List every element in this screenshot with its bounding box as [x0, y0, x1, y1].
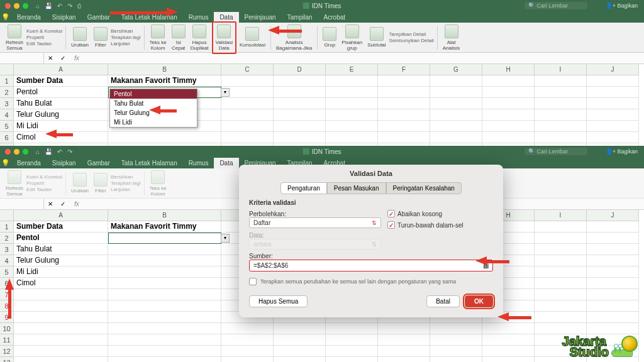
col-a[interactable]: A — [14, 64, 108, 75]
col-i[interactable]: I — [535, 64, 587, 75]
filter-button[interactable]: Filter — [92, 26, 109, 49]
apply-all-note[interactable]: Terapkan semua perubahan ke semua sel la… — [239, 272, 503, 292]
group-button[interactable]: Grup — [321, 26, 338, 49]
home-icon[interactable]: ⌂ — [36, 3, 40, 9]
search-input-2[interactable]: 🔍 Cari Lembar — [525, 148, 587, 155]
sort-button[interactable]: Urutkan — [69, 26, 91, 49]
col-d[interactable]: D — [274, 64, 326, 75]
cell-a4[interactable]: Telur Gulung — [14, 109, 108, 121]
dropdown-toggle-icon[interactable]: ▾ — [221, 88, 230, 97]
min-icon-2[interactable] — [14, 149, 19, 155]
close-icon-2[interactable] — [5, 149, 11, 155]
row-2[interactable]: 2 — [0, 87, 14, 98]
undo-icon[interactable]: ↶ — [57, 3, 62, 9]
allow-select[interactable]: Daftar⇅ — [249, 217, 381, 228]
cancel-button[interactable]: Batal — [426, 295, 460, 307]
cell-a1[interactable]: Sumber Data — [14, 75, 108, 87]
traffic-lights-2[interactable] — [5, 149, 28, 155]
redo-icon[interactable]: ↷ — [67, 3, 72, 9]
tab-tataletak-2[interactable]: Tata Letak Halaman — [116, 158, 183, 168]
dlg-tab-peringatan[interactable]: Peringatan Kesalahan — [386, 182, 462, 194]
print-icon[interactable]: ⎙ — [77, 3, 81, 9]
unchecked-box-icon[interactable] — [249, 278, 257, 285]
search-input[interactable]: 🔍 Cari Lembar — [525, 2, 587, 9]
tab-data[interactable]: Data — [214, 12, 238, 23]
tell-me-icon[interactable]: 💡 — [0, 13, 11, 21]
tell-me-2[interactable]: 💡 — [0, 159, 11, 167]
zoom-icon-2[interactable] — [23, 149, 28, 155]
dropdown-item-pentol[interactable]: Pentol — [110, 89, 197, 99]
cell-b1[interactable]: Makanan Favorit Timmy — [108, 75, 221, 87]
tab-beranda-2[interactable]: Beranda — [11, 158, 47, 168]
col-b[interactable]: B — [108, 64, 221, 75]
data-validation-button[interactable]: Validasi Data — [214, 23, 235, 52]
col-h[interactable]: H — [482, 64, 535, 75]
name-box-2[interactable] — [0, 199, 44, 209]
col-e[interactable]: E — [326, 64, 378, 75]
col-g[interactable]: G — [430, 64, 482, 75]
cell-a3[interactable]: Tahu Bulat — [14, 98, 108, 109]
flash-fill-button[interactable]: Isi Cepat — [170, 23, 187, 52]
cell-a2[interactable]: Pentol — [14, 87, 108, 98]
reapply-button[interactable]: Terapkan lagi — [111, 35, 141, 40]
select-all[interactable] — [0, 64, 14, 75]
tab-rumus-2[interactable]: Rumus — [183, 158, 214, 168]
row-3[interactable]: 3 — [0, 98, 14, 109]
text-to-col-button[interactable]: Teks ke Kolom — [148, 23, 169, 52]
close-icon[interactable] — [5, 3, 11, 9]
zoom-icon[interactable] — [23, 3, 28, 9]
allow-label: Perbolehkan: — [249, 211, 299, 217]
row-6[interactable]: 6 — [0, 132, 14, 143]
properti-button[interactable]: Properti — [26, 35, 62, 40]
clear-all-button[interactable]: Hapus Semua — [249, 295, 308, 307]
ok-button[interactable]: OK — [465, 295, 493, 307]
edit-tautan-button[interactable]: Edit Tautan — [26, 41, 62, 47]
fx-label[interactable]: fx — [69, 55, 84, 62]
dropdown-item-milidi[interactable]: Mi Lidi — [110, 118, 197, 127]
tab-tampilan[interactable]: Tampilan — [282, 12, 318, 23]
ignore-blank-check[interactable]: ✓Abaikan kosong — [387, 210, 493, 217]
tab-rumus[interactable]: Rumus — [183, 12, 214, 23]
whatif-button[interactable]: Analisis Bagaimana-Jika — [274, 23, 314, 52]
ungroup-button[interactable]: Pisahkan grup — [340, 23, 364, 52]
analysis-tools-button[interactable]: Alat Analisis — [441, 23, 462, 52]
dlg-tab-pesan[interactable]: Pesan Masukan — [327, 182, 386, 194]
subtotal-button[interactable]: Subtotal — [365, 26, 387, 49]
col-j[interactable]: J — [587, 64, 639, 75]
row-5[interactable]: 5 — [0, 121, 14, 132]
source-input[interactable]: =$A$2:$A$6▦ — [249, 260, 493, 272]
stepper-icon[interactable]: ⇅ — [372, 220, 377, 226]
cancel-fx-icon[interactable]: ✕ — [44, 55, 57, 62]
clear-button[interactable]: Bersihkan — [111, 28, 141, 34]
in-cell-dropdown-check[interactable]: ✓Turun-bawah dalam-sel — [387, 221, 493, 229]
save-icon[interactable]: 💾 — [45, 3, 52, 9]
name-box[interactable] — [0, 53, 44, 63]
enter-fx-icon[interactable]: ✓ — [57, 55, 69, 62]
tab-gambar-2[interactable]: Gambar — [82, 158, 116, 168]
kueri-button[interactable]: Kueri & Koneksi — [26, 28, 62, 34]
dlg-tab-pengaturan[interactable]: Pengaturan — [280, 182, 327, 194]
tab-sisipkan-2[interactable]: Sisipkan — [47, 158, 82, 168]
row-4[interactable]: 4 — [0, 109, 14, 121]
tab-acrobat[interactable]: Acrobat — [318, 12, 351, 23]
refresh-button[interactable]: Refresh Semua — [4, 23, 25, 52]
dropdown-toggle-2[interactable]: ▾ — [221, 234, 230, 243]
traffic-lights[interactable] — [5, 3, 28, 9]
tab-data-2[interactable]: Data — [214, 158, 238, 168]
share-button[interactable]: 👤+ Bagikan — [606, 3, 638, 9]
cell-b2-2[interactable]: ▾ — [108, 233, 221, 244]
advanced-button[interactable]: Lanjutan — [111, 41, 141, 47]
share-button-2[interactable]: 👤+ Bagikan — [606, 148, 638, 155]
col-f[interactable]: F — [378, 64, 430, 75]
fx-label-2[interactable]: fx — [69, 200, 84, 207]
row-1[interactable]: 1 — [0, 75, 14, 87]
sheet-grid-top[interactable]: A B C D E F G H I J 1Sumber DataMakanan … — [0, 64, 644, 155]
consolidate-button[interactable]: Konsolidasi — [238, 26, 267, 49]
tab-peninjauan[interactable]: Peninjauan — [239, 12, 282, 23]
cell-a5[interactable]: Mi Lidi — [14, 121, 108, 132]
col-c[interactable]: C — [221, 64, 274, 75]
tab-sisipkan[interactable]: Sisipkan — [47, 12, 82, 23]
minimize-icon[interactable] — [14, 3, 19, 9]
remove-dup-button[interactable]: Hapus Duplikat — [189, 23, 211, 52]
tab-beranda[interactable]: Beranda — [11, 12, 47, 23]
